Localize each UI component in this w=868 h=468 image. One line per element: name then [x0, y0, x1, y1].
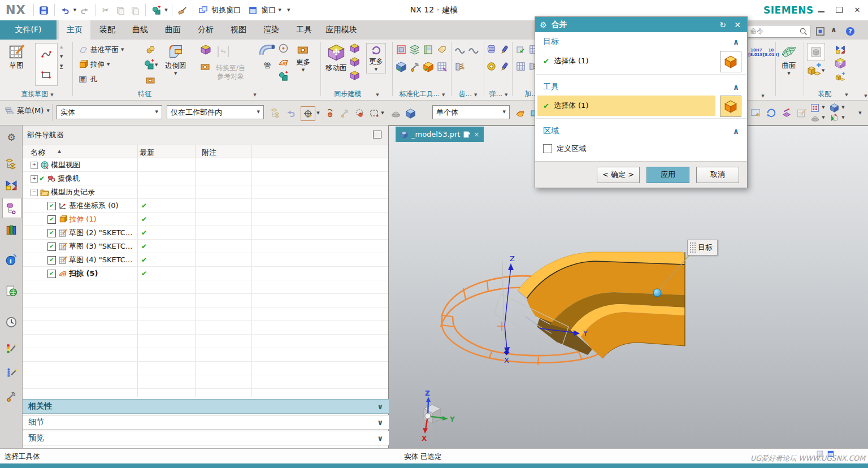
tree-row-sketch4[interactable]: ✔ 草图 (4) "SKETC... ✔ — [23, 253, 388, 267]
sketch-palette-scroll[interactable]: ▲ ▼ ▼ — [60, 45, 63, 69]
assembly-group-dropdown[interactable]: ▼ — [845, 93, 848, 97]
web-browser-icon[interactable] — [4, 284, 19, 298]
collapse-icon[interactable]: ∧ — [733, 127, 739, 136]
assembly-constraints-icon[interactable] — [834, 43, 847, 54]
feature-checkbox[interactable]: ✔ — [47, 202, 56, 210]
undo-dropdown[interactable]: ▼ — [73, 8, 76, 12]
switch-window-icon[interactable] — [197, 3, 210, 17]
grid-pencil-icon[interactable] — [515, 61, 526, 72]
section-target[interactable]: 目标 ∧ — [535, 33, 747, 50]
drag-grip-icon[interactable] — [689, 242, 696, 253]
undo-button[interactable] — [59, 3, 71, 17]
tab-tools[interactable]: 工具 — [288, 20, 320, 40]
minimize-button[interactable] — [814, 3, 828, 16]
tab-assemblies[interactable]: 装配 — [92, 20, 123, 40]
part-check-icon[interactable]: ✔ — [396, 61, 407, 72]
copy-button[interactable] — [114, 3, 127, 17]
wave-gear2-icon[interactable] — [468, 44, 479, 55]
process-studio-icon[interactable] — [4, 341, 19, 356]
dialog-close-icon[interactable]: ✕ — [732, 20, 743, 29]
menu-button[interactable]: 菜单(M)▼ — [5, 106, 50, 116]
shaded-view-dropdown[interactable]: ▼ — [840, 103, 846, 112]
thread-icon[interactable] — [278, 43, 289, 54]
dialog-gear-icon[interactable]: ⚙ — [540, 20, 547, 29]
rectangle-select-icon[interactable] — [367, 106, 381, 120]
collapse-icon[interactable]: ∧ — [733, 37, 739, 46]
shell-icon[interactable] — [145, 75, 157, 86]
add-component-button[interactable]: ▼ — [807, 63, 824, 78]
pan-icon[interactable] — [749, 106, 763, 120]
trim-body-icon[interactable] — [200, 61, 211, 72]
render-style-dropdown[interactable]: ▼ — [840, 113, 846, 123]
reuse-library-icon[interactable] — [4, 223, 19, 237]
view-triad[interactable]: Z Y X — [422, 389, 455, 443]
manufacturing-wizard-icon[interactable] — [4, 365, 19, 380]
orbit-icon[interactable] — [765, 106, 778, 120]
tab-render[interactable]: 渲染 — [255, 20, 287, 40]
sketch-button[interactable]: 草图 — [8, 43, 25, 71]
feature-checkbox[interactable]: ✔ — [47, 242, 56, 251]
orient-point-icon[interactable] — [323, 106, 337, 120]
selection-scope-select[interactable]: 单个体▼ — [432, 105, 510, 119]
feature-checkbox[interactable]: ✔ — [47, 229, 56, 237]
command-finder-button[interactable] — [150, 3, 162, 17]
sync-more-button[interactable]: 更多 ▼ — [366, 43, 386, 73]
rib-icon[interactable] — [278, 57, 289, 68]
tab-file[interactable]: 文件(F) — [0, 20, 57, 40]
shell-face-icon[interactable] — [389, 106, 402, 120]
type-filter-select[interactable]: 实体▼ — [57, 105, 162, 119]
window-layout-icon[interactable] — [809, 103, 821, 112]
command-search-input[interactable]: 命令 — [747, 25, 810, 38]
history-palette-icon[interactable] — [4, 315, 19, 330]
command-finder-dropdown[interactable]: ▼ — [164, 8, 167, 12]
tab-application[interactable]: 应用模块 — [318, 20, 365, 40]
roles-tools-icon[interactable] — [4, 389, 19, 404]
move-face-button[interactable]: 移动面 — [326, 43, 347, 73]
extrude-button[interactable]: 拉伸▼ — [78, 57, 124, 72]
expand-icon[interactable]: + — [31, 175, 38, 183]
unite-icon[interactable] — [144, 59, 155, 71]
cube-frame-icon[interactable] — [396, 44, 407, 55]
select-tool-body-button[interactable] — [720, 96, 741, 117]
asm-filter-icon[interactable] — [269, 106, 283, 120]
notebook-icon[interactable] — [423, 44, 434, 55]
ok-button[interactable]: < 确定 > — [597, 167, 640, 183]
wave-gear-icon[interactable] — [454, 44, 466, 55]
offset-region-icon[interactable] — [278, 71, 289, 82]
edit-section-icon[interactable] — [780, 106, 793, 120]
clam-display-dropdown[interactable]: ▼ — [821, 113, 826, 123]
pen-spring-icon[interactable] — [499, 44, 510, 55]
move-component-icon[interactable] — [834, 57, 847, 70]
hd3d-tools-icon[interactable] — [4, 253, 19, 267]
delete-face-icon[interactable] — [349, 70, 360, 81]
tree-row-extrude[interactable]: ✔ 拉伸 (1) ✔ — [23, 213, 388, 226]
point-on-curve-icon[interactable] — [353, 106, 366, 120]
section-tool[interactable]: 工具 ∧ — [535, 79, 747, 96]
view-tools-overflow[interactable]: ▼ — [857, 106, 863, 120]
hand-write-icon[interactable] — [454, 61, 466, 72]
hammer-check-icon[interactable] — [409, 61, 420, 72]
ribbon-display-button[interactable] — [815, 27, 825, 38]
tree-row-cameras[interactable]: + ✔ 摄像机 — [23, 172, 388, 185]
snap-point-dropdown[interactable]: ▼ — [315, 106, 321, 120]
maximize-button[interactable] — [832, 3, 847, 16]
undock-panel-button[interactable] — [373, 131, 381, 138]
paste-button[interactable] — [129, 3, 141, 17]
collapse-icon[interactable]: ∧ — [733, 83, 739, 92]
close-button[interactable]: ✕ — [850, 3, 865, 16]
box-check-icon[interactable]: ✔ — [423, 61, 434, 72]
pattern-component-icon[interactable] — [835, 72, 846, 83]
qat-overflow-dropdown[interactable]: ▼ — [287, 8, 290, 12]
sketch-tool-palette[interactable] — [35, 43, 58, 86]
spring-group-dropdown[interactable]: ▼ — [505, 93, 507, 97]
ribbon-overflow-dropdown[interactable]: ▼ — [864, 94, 867, 98]
tab-analysis[interactable]: 分析 — [190, 20, 222, 40]
target-annotation-tag[interactable]: 目标 — [687, 240, 718, 255]
hole-button[interactable]: 孔 — [78, 72, 124, 86]
panel-dependencies[interactable]: 相关性 ∨ — [23, 399, 389, 414]
surface-button[interactable]: 曲面 ▼ — [780, 43, 798, 76]
tree-row-sweep[interactable]: ✔ 扫掠 (5) ✔ — [23, 267, 388, 280]
snap-point-button[interactable] — [301, 106, 315, 121]
convert-to-from-reference-button[interactable]: 转换至/自参考对象 — [216, 44, 245, 81]
feature-more-button[interactable]: 更多 ▼ — [296, 43, 310, 72]
